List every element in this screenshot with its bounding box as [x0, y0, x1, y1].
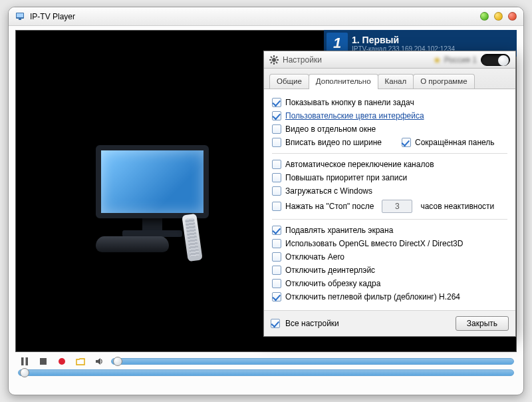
svg-line-14 — [276, 57, 277, 58]
svg-rect-5 — [40, 358, 47, 365]
checkbox-custom-colors[interactable] — [272, 111, 281, 120]
toggle-switch[interactable] — [481, 54, 510, 66]
maximize-button[interactable] — [494, 12, 503, 21]
settings-titlebar[interactable]: Настройки ★Россия 1 — [264, 51, 515, 69]
close-settings-button[interactable]: Закрыть — [456, 316, 509, 331]
window-controls — [480, 12, 517, 21]
background-blur: ★Россия 1 — [433, 55, 477, 65]
label-stop-after-pre: Нажать на "Стоп" после — [285, 202, 374, 211]
slider-thumb-icon[interactable] — [113, 357, 122, 366]
tab-channel[interactable]: Канал — [378, 74, 414, 89]
label-suppress-screensaver: Подавлять хранитель экрана — [285, 226, 393, 235]
checkbox-all-settings[interactable] — [271, 319, 280, 328]
svg-rect-1 — [17, 13, 23, 17]
gear-icon — [269, 55, 279, 65]
label-autostart: Загружаться с Windows — [285, 186, 372, 196]
checkbox-auto-switch[interactable] — [272, 160, 281, 169]
label-auto-switch: Автоматическое переключение каналов — [285, 160, 434, 169]
seek-slider[interactable] — [18, 369, 514, 376]
settings-dialog: Настройки ★Россия 1 Общие Дополнительно … — [263, 51, 516, 337]
separator — [272, 219, 507, 220]
checkbox-suppress-screensaver[interactable] — [272, 226, 281, 235]
checkbox-taskbar-button[interactable] — [272, 98, 281, 107]
separator — [272, 153, 507, 154]
toggle-knob-icon — [498, 55, 509, 66]
label-compact-panel: Сокращённая панель — [415, 138, 495, 147]
checkbox-disable-aero[interactable] — [272, 252, 281, 262]
input-inactivity-hours[interactable]: 3 — [382, 200, 412, 213]
label-disable-loopfilter: Отключить петлевой фильтр (деблокинг) H.… — [285, 292, 460, 302]
tab-general[interactable]: Общие — [269, 74, 309, 89]
link-custom-colors[interactable]: Пользовательские цвета интерфейса — [285, 111, 424, 120]
channel-info: 1. Первый IPTV-канал 233.169.204.102:123… — [352, 35, 455, 53]
close-window-button[interactable] — [508, 12, 517, 21]
settings-footer: Все настройки Закрыть — [264, 310, 515, 336]
svg-point-6 — [59, 358, 65, 365]
svg-rect-4 — [26, 357, 29, 365]
open-button[interactable] — [74, 356, 87, 367]
tab-about[interactable]: О программе — [413, 74, 474, 89]
settings-tabs: Общие Дополнительно Канал О программе — [264, 69, 515, 89]
checkbox-raise-priority[interactable] — [272, 173, 281, 182]
label-separate-window: Видео в отдельном окне — [285, 124, 376, 134]
label-fit-width: Вписать видео по ширине — [285, 138, 382, 147]
svg-rect-2 — [19, 19, 21, 20]
volume-button[interactable] — [92, 356, 106, 367]
svg-line-12 — [271, 57, 272, 58]
checkbox-disable-crop[interactable] — [272, 279, 281, 288]
label-disable-aero: Отключать Aero — [285, 252, 344, 262]
slider-thumb-icon[interactable] — [20, 368, 29, 377]
volume-slider[interactable] — [111, 358, 514, 365]
label-taskbar-button: Показывать кнопку в панели задач — [285, 98, 414, 107]
minimize-button[interactable] — [480, 12, 489, 21]
checkbox-compact-panel[interactable] — [402, 138, 411, 147]
label-stop-after-post: часов неактивности — [420, 202, 494, 211]
label-raise-priority: Повышать приоритет при записи — [285, 173, 407, 182]
svg-rect-3 — [21, 357, 24, 365]
checkbox-disable-loopfilter[interactable] — [272, 292, 281, 302]
label-all-settings: Все настройки — [285, 319, 339, 328]
channel-name: 1. Первый — [352, 35, 455, 45]
svg-point-7 — [272, 58, 276, 62]
placeholder-illustration — [96, 145, 209, 237]
label-disable-deinterlace: Отключить деинтерлэйс — [285, 266, 375, 275]
checkbox-separate-window[interactable] — [272, 124, 281, 134]
tab-advanced[interactable]: Дополнительно — [309, 74, 378, 89]
settings-title: Настройки — [283, 55, 429, 65]
pause-button[interactable] — [18, 356, 31, 367]
titlebar: IP-TV Player — [9, 7, 523, 26]
checkbox-autostart[interactable] — [272, 186, 281, 196]
stop-button[interactable] — [37, 356, 50, 367]
app-icon — [15, 11, 26, 22]
checkbox-use-opengl[interactable] — [272, 239, 281, 248]
window-title: IP-TV Player — [30, 12, 480, 21]
svg-line-13 — [276, 62, 277, 63]
record-button[interactable] — [55, 356, 68, 367]
checkbox-stop-after[interactable] — [272, 202, 281, 211]
checkbox-disable-deinterlace[interactable] — [272, 266, 281, 275]
player-controls — [15, 356, 517, 388]
checkbox-fit-width[interactable] — [272, 138, 281, 147]
settings-body: Показывать кнопку в панели задач Пользов… — [264, 89, 515, 310]
svg-line-15 — [271, 62, 272, 63]
label-disable-crop: Отключить обрезку кадра — [285, 279, 380, 288]
label-use-opengl: Использовать OpenGL вместо DirectX / Dir… — [285, 239, 463, 248]
